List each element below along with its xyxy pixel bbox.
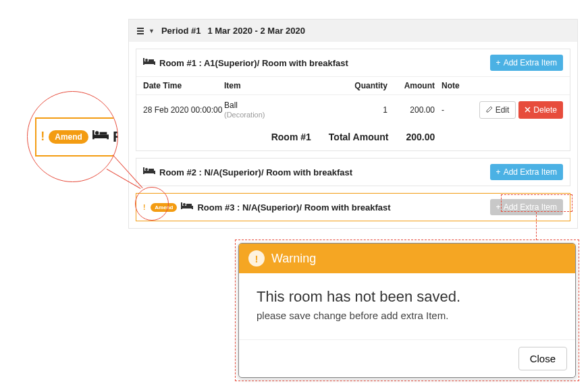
col-qty: Quantity: [354, 81, 394, 90]
modal-body: This room has not been saved. please sav…: [239, 273, 575, 339]
warning-icon: !: [41, 130, 45, 144]
total-row: Room #1 Total Amount 200.00: [136, 125, 570, 150]
modal-detail: please save change before add extra Item…: [257, 310, 558, 321]
period-range: 1 Mar 2020 - 2 Mar 2020: [207, 26, 305, 36]
svg-rect-14: [181, 206, 193, 208]
svg-point-21: [95, 131, 99, 134]
bed-icon: [143, 58, 155, 68]
close-icon: [525, 105, 531, 115]
callout-circle-icon: [135, 187, 169, 221]
col-amount: Amount: [394, 81, 442, 90]
col-note: Note: [442, 81, 482, 90]
plus-icon: +: [496, 58, 501, 67]
modal-header: ! Warning: [239, 244, 575, 273]
amend-badge-large: Amend: [49, 130, 88, 144]
svg-rect-10: [154, 171, 155, 174]
plus-icon: +: [496, 202, 501, 212]
total-amount-label: Total Amount: [329, 132, 389, 142]
list-menu-icon[interactable]: ▼: [137, 27, 155, 35]
modal-headline: This room has not been saved.: [257, 288, 558, 306]
svg-rect-15: [192, 206, 193, 209]
plus-icon: +: [496, 167, 501, 177]
svg-rect-0: [137, 28, 144, 29]
room-title: Room #3 : N/A(Superior)/ Room with break…: [197, 202, 390, 213]
modal-title: Warning: [271, 252, 316, 266]
total-room-label: Room #1: [271, 132, 311, 142]
svg-rect-20: [107, 134, 109, 139]
room-block: Room #1 : A1(Superior)/ Room with breakf…: [136, 49, 570, 151]
magnifier-callout: ! Amend R: [27, 91, 118, 182]
warning-modal: ! Warning This room has not been saved. …: [238, 243, 576, 378]
bed-icon: [92, 130, 109, 144]
period-bar: ▼ Period #1 1 Mar 2020 - 2 Mar 2020: [129, 20, 577, 42]
total-amount: 200.00: [406, 132, 435, 142]
cell-qty: 1: [354, 105, 394, 115]
room-block: Room #2 : N/A(Superior)/ Room with break…: [136, 158, 570, 186]
warning-circle-icon: !: [248, 250, 265, 267]
cell-item: Ball (Decoration): [224, 101, 354, 119]
svg-rect-12: [149, 169, 154, 171]
svg-rect-19: [92, 134, 109, 138]
svg-rect-22: [100, 132, 107, 134]
cell-note: -: [442, 105, 482, 115]
close-button[interactable]: Close: [518, 347, 567, 370]
svg-rect-5: [154, 61, 155, 65]
callout-dashed-line: [536, 212, 537, 240]
modal-callout-box: ! Warning This room has not been saved. …: [235, 240, 579, 381]
bed-icon: [181, 202, 193, 213]
svg-rect-17: [186, 204, 192, 206]
period-label: Period #1: [161, 26, 201, 36]
svg-rect-1: [137, 30, 144, 32]
delete-button[interactable]: Delete: [518, 101, 563, 119]
callout-dashed-box: [501, 194, 572, 212]
add-extra-item-button[interactable]: + Add Extra Item: [490, 164, 563, 180]
svg-point-16: [183, 203, 186, 206]
modal-footer: Close: [239, 339, 575, 377]
svg-point-6: [145, 59, 148, 61]
room-title: Room #2 : N/A(Superior)/ Room with break…: [159, 167, 352, 177]
cell-amount: 200.00: [394, 105, 442, 115]
edit-button[interactable]: Edit: [479, 101, 516, 119]
room-title: Room #1 : A1(Superior)/ Room with breakf…: [159, 58, 348, 68]
svg-point-11: [145, 168, 148, 171]
table-row: 28 Feb 2020 00:00:00 Ball (Decoration) 1…: [136, 95, 570, 125]
magnifier-letter: R: [113, 128, 118, 146]
bed-icon: [143, 167, 155, 177]
svg-rect-9: [143, 171, 155, 173]
svg-rect-4: [143, 61, 155, 64]
pencil-icon: [486, 105, 493, 115]
svg-rect-7: [149, 59, 154, 61]
add-extra-item-button[interactable]: + Add Extra Item: [490, 55, 563, 71]
cell-datetime: 28 Feb 2020 00:00:00: [143, 105, 224, 115]
col-item: Item: [224, 81, 354, 90]
table-header: Date Time Item Quantity Amount Note: [136, 76, 570, 95]
col-datetime: Date Time: [143, 81, 224, 90]
svg-rect-2: [137, 33, 144, 34]
